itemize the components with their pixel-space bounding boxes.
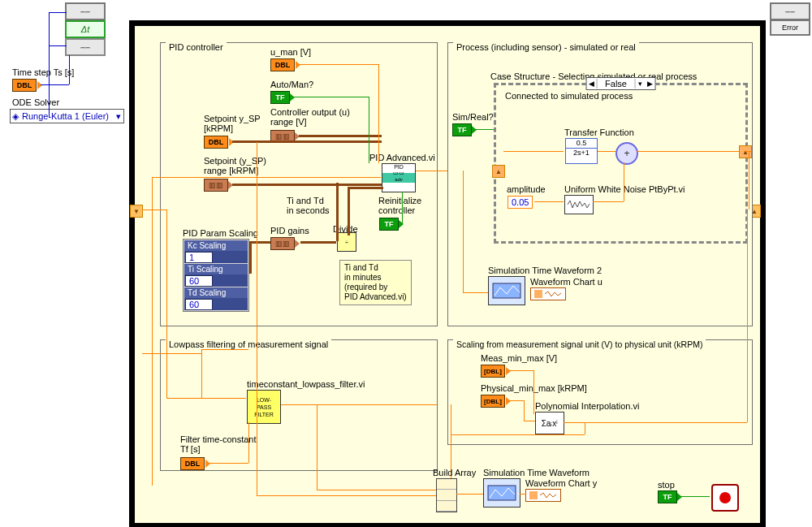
scaling-frame-title: Scaling from measurement signal unit (V)…	[453, 339, 706, 349]
pid-gains-label: PID gains	[270, 226, 309, 235]
lowpass-vi-label: timeconstant_lowpass_filter.vi	[247, 379, 365, 389]
delta-t-node: Δt	[65, 20, 106, 38]
td-scaling-label: Td Scaling	[184, 287, 248, 298]
kc-scaling-label: Kc Scaling	[184, 240, 248, 251]
collector-node-icon: ⎓⎓	[65, 38, 106, 56]
lowpass-frame-title: Lowpass filtering of measurement signal	[166, 339, 331, 349]
error-indicator[interactable]: Error	[770, 19, 810, 36]
ti-scaling-value[interactable]: 60	[185, 275, 213, 287]
transfer-function-node[interactable]: 0.5 2s+1	[565, 138, 598, 164]
pid-param-scaling-cluster[interactable]: Kc Scaling 1 Ti Scaling 60 Td Scaling 60	[183, 239, 249, 312]
pid-advanced-vi-label: PID Advanced.vi	[369, 153, 435, 162]
ode-solver-label: ODE Solver	[12, 97, 59, 107]
polynomial-vi-node[interactable]: Σaᵢxⁱ	[535, 412, 564, 434]
sim-time-waveform-label: Simulation Time Waveform	[483, 468, 590, 477]
case-next-icon[interactable]: ▶	[646, 80, 655, 88]
kc-scaling-value[interactable]: 1	[185, 252, 213, 263]
reinitialize-label: Reinitialize controller	[378, 196, 421, 215]
reinitialize-terminal[interactable]: TF	[379, 218, 399, 231]
noise-vi-label: Uniform White Noise PtByPt.vi	[564, 184, 685, 194]
tunnel-in-icon	[492, 165, 505, 178]
ode-solver-ring[interactable]: ◈Runge-Kutta 1 (Euler)▾	[10, 109, 124, 123]
setpoint-sp-terminal[interactable]: DBL	[204, 136, 228, 149]
auto-man-terminal[interactable]: TF	[270, 91, 290, 104]
build-array-label: Build Array	[433, 468, 476, 477]
u-man-terminal[interactable]: DBL	[270, 58, 295, 71]
meas-min-max-terminal[interactable]: [DBL]	[481, 365, 505, 378]
amplitude-label: amplitude	[507, 184, 546, 194]
noise-vi-node[interactable]	[564, 195, 594, 214]
ti-td-seconds-label: Ti and Td in seconds	[287, 196, 330, 215]
feedback-node-icon: ⎓⎓	[65, 2, 106, 20]
td-scaling-value[interactable]: 60	[185, 299, 213, 310]
physical-min-max-terminal[interactable]: [DBL]	[481, 395, 505, 408]
u-man-label: u_man [V]	[270, 47, 311, 57]
auto-man-label: Auto/Man?	[270, 80, 313, 89]
polynomial-vi-label: Polynomial Interpolation.vi	[535, 401, 639, 411]
connected-sim-label: Connected to simulated process	[505, 91, 633, 101]
case-value[interactable]: False	[596, 79, 636, 89]
process-frame-title: Process (including sensor) - simulated o…	[453, 42, 639, 52]
setpoint-range-terminal[interactable]: ▥▥	[204, 179, 228, 192]
stop-label: stop	[658, 480, 675, 490]
lowpass-vi-node[interactable]: LOW- PASS FILTER	[247, 390, 281, 424]
error-out-node-icon: ⎓⎓	[770, 2, 810, 20]
stop-terminal[interactable]: TF	[658, 490, 677, 503]
tunnel-out-icon	[739, 145, 752, 158]
filter-tc-terminal[interactable]: DBL	[180, 457, 205, 470]
sim-time-waveform2-node[interactable]	[488, 276, 525, 305]
sum-node[interactable]: +	[615, 142, 638, 165]
loop-stop-condition[interactable]	[711, 484, 739, 512]
shift-register-left-1	[130, 205, 143, 218]
sim-time-waveform-node[interactable]	[483, 478, 520, 508]
waveform-chart-y-label: Waveform Chart y	[525, 478, 597, 488]
pid-frame-title: PID controller	[166, 42, 227, 52]
case-prev-icon[interactable]: ◀	[586, 80, 596, 88]
pid-gains-terminal[interactable]: ▥▥	[270, 237, 295, 250]
svg-rect-0	[493, 283, 520, 298]
meas-min-max-label: Meas_min_max [V]	[481, 353, 557, 363]
waveform-chart-u-label: Waveform Chart u	[530, 277, 603, 287]
sim-real-terminal[interactable]: TF	[452, 123, 472, 136]
time-step-terminal[interactable]: DBL	[12, 79, 37, 92]
ti-scaling-label: Ti Scaling	[184, 264, 248, 274]
time-step-label: Time step Ts [s]	[12, 67, 74, 77]
transfer-function-label: Transfer Function	[564, 127, 634, 137]
amplitude-constant[interactable]: 0.05	[508, 196, 533, 209]
filter-tc-label: Filter time-constant Tf [s]	[180, 434, 257, 454]
ti-td-minutes-tooltip: Ti and Td in minutes (required by PID Ad…	[339, 260, 412, 305]
case-dropdown-icon[interactable]: ▾	[636, 80, 646, 88]
build-array-node[interactable]	[436, 478, 457, 512]
controller-output-range-label: Controller output (u) range [V]	[270, 107, 350, 127]
case-selector[interactable]: ◀ False ▾ ▶	[585, 77, 656, 90]
sim-time-waveform2-label: Simulation Time Waveform 2	[488, 266, 602, 275]
setpoint-sp-label: Setpoint y_SP [kRPM]	[204, 114, 261, 133]
pid-param-scaling-title: PID Param Scaling	[183, 228, 258, 238]
divide-node[interactable]: ÷	[337, 232, 356, 252]
waveform-chart-u-indicator[interactable]	[530, 287, 566, 300]
sim-real-label: Sim/Real?	[452, 112, 494, 122]
pid-advanced-vi-node[interactable]: PID▭▭adv	[382, 163, 416, 192]
svg-rect-1	[488, 486, 516, 500]
waveform-chart-y-indicator[interactable]	[525, 489, 561, 502]
